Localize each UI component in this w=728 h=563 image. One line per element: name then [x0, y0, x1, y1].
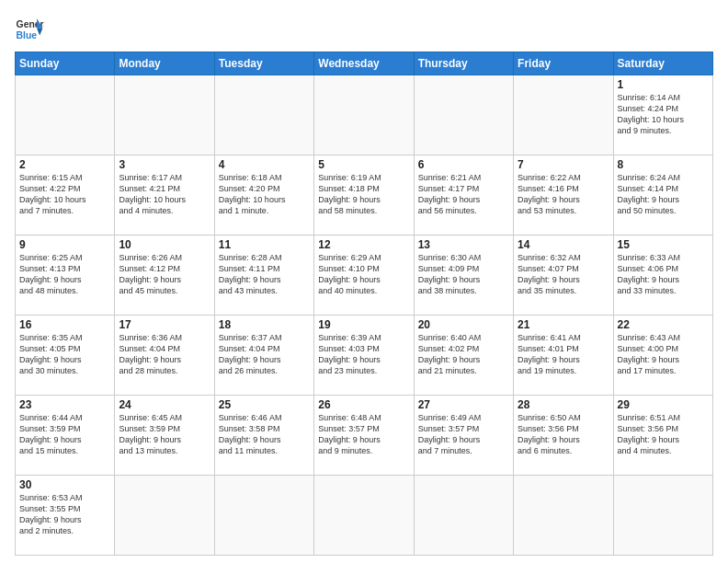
day-number: 6 [418, 158, 509, 171]
day-cell: 10Sunrise: 6:26 AM Sunset: 4:12 PM Dayli… [115, 236, 214, 316]
weekday-sunday: Sunday [16, 52, 115, 75]
day-number: 1 [618, 78, 709, 91]
day-info: Sunrise: 6:50 AM Sunset: 3:56 PM Dayligh… [518, 412, 609, 457]
day-info: Sunrise: 6:22 AM Sunset: 4:16 PM Dayligh… [518, 172, 609, 217]
day-number: 27 [418, 398, 509, 411]
day-cell: 11Sunrise: 6:28 AM Sunset: 4:11 PM Dayli… [214, 236, 313, 316]
day-cell: 4Sunrise: 6:18 AM Sunset: 4:20 PM Daylig… [214, 155, 313, 236]
day-cell: 17Sunrise: 6:36 AM Sunset: 4:04 PM Dayli… [115, 316, 214, 396]
day-number: 17 [119, 318, 210, 331]
day-cell: 13Sunrise: 6:30 AM Sunset: 4:09 PM Dayli… [414, 236, 513, 316]
day-cell: 18Sunrise: 6:37 AM Sunset: 4:04 PM Dayli… [214, 316, 313, 396]
day-number: 30 [19, 478, 110, 491]
weekday-header-row: SundayMondayTuesdayWednesdayThursdayFrid… [16, 52, 713, 75]
day-cell [115, 75, 214, 155]
day-cell: 21Sunrise: 6:41 AM Sunset: 4:01 PM Dayli… [514, 316, 613, 396]
day-cell: 9Sunrise: 6:25 AM Sunset: 4:13 PM Daylig… [16, 236, 115, 316]
day-number: 29 [618, 398, 709, 411]
day-info: Sunrise: 6:44 AM Sunset: 3:59 PM Dayligh… [19, 412, 110, 457]
day-number: 5 [318, 158, 409, 171]
day-number: 10 [119, 238, 210, 251]
svg-marker-3 [37, 28, 42, 35]
day-cell: 8Sunrise: 6:24 AM Sunset: 4:14 PM Daylig… [613, 155, 712, 236]
day-number: 24 [119, 398, 210, 411]
day-number: 28 [518, 398, 609, 411]
day-info: Sunrise: 6:15 AM Sunset: 4:22 PM Dayligh… [19, 172, 110, 217]
day-cell [514, 476, 613, 556]
day-cell: 14Sunrise: 6:32 AM Sunset: 4:07 PM Dayli… [514, 236, 613, 316]
day-number: 16 [19, 318, 110, 331]
day-cell [414, 476, 513, 556]
day-info: Sunrise: 6:41 AM Sunset: 4:01 PM Dayligh… [518, 332, 609, 377]
day-cell [314, 476, 414, 556]
day-cell: 27Sunrise: 6:49 AM Sunset: 3:57 PM Dayli… [414, 396, 513, 476]
day-number: 22 [618, 318, 709, 331]
day-cell: 1Sunrise: 6:14 AM Sunset: 4:24 PM Daylig… [613, 75, 712, 155]
day-info: Sunrise: 6:45 AM Sunset: 3:59 PM Dayligh… [119, 412, 210, 457]
day-info: Sunrise: 6:19 AM Sunset: 4:18 PM Dayligh… [318, 172, 409, 217]
day-cell: 23Sunrise: 6:44 AM Sunset: 3:59 PM Dayli… [16, 396, 115, 476]
day-info: Sunrise: 6:39 AM Sunset: 4:03 PM Dayligh… [318, 332, 409, 377]
page: General Blue SundayMondayTuesdayWednesda… [0, 0, 728, 563]
day-info: Sunrise: 6:28 AM Sunset: 4:11 PM Dayligh… [219, 252, 310, 297]
weekday-wednesday: Wednesday [314, 52, 414, 75]
day-number: 18 [219, 318, 310, 331]
logo-icon: General Blue [15, 15, 44, 44]
day-info: Sunrise: 6:21 AM Sunset: 4:17 PM Dayligh… [418, 172, 509, 217]
day-cell: 3Sunrise: 6:17 AM Sunset: 4:21 PM Daylig… [115, 155, 214, 236]
day-cell: 26Sunrise: 6:48 AM Sunset: 3:57 PM Dayli… [314, 396, 414, 476]
day-info: Sunrise: 6:37 AM Sunset: 4:04 PM Dayligh… [219, 332, 310, 377]
day-cell [214, 476, 313, 556]
day-number: 2 [19, 158, 110, 171]
day-info: Sunrise: 6:33 AM Sunset: 4:06 PM Dayligh… [618, 252, 709, 297]
day-cell: 6Sunrise: 6:21 AM Sunset: 4:17 PM Daylig… [414, 155, 513, 236]
day-cell: 25Sunrise: 6:46 AM Sunset: 3:58 PM Dayli… [214, 396, 313, 476]
day-info: Sunrise: 6:25 AM Sunset: 4:13 PM Dayligh… [19, 252, 110, 297]
day-number: 15 [618, 238, 709, 251]
day-info: Sunrise: 6:24 AM Sunset: 4:14 PM Dayligh… [618, 172, 709, 217]
day-number: 26 [318, 398, 409, 411]
weekday-saturday: Saturday [613, 52, 712, 75]
day-cell [16, 75, 115, 155]
day-info: Sunrise: 6:32 AM Sunset: 4:07 PM Dayligh… [518, 252, 609, 297]
day-number: 19 [318, 318, 409, 331]
logo: General Blue [15, 15, 44, 44]
day-number: 9 [19, 238, 110, 251]
day-cell [514, 75, 613, 155]
day-cell [115, 476, 214, 556]
day-info: Sunrise: 6:49 AM Sunset: 3:57 PM Dayligh… [418, 412, 509, 457]
day-cell: 5Sunrise: 6:19 AM Sunset: 4:18 PM Daylig… [314, 155, 414, 236]
day-cell: 16Sunrise: 6:35 AM Sunset: 4:05 PM Dayli… [16, 316, 115, 396]
day-number: 21 [518, 318, 609, 331]
day-number: 25 [219, 398, 310, 411]
day-info: Sunrise: 6:51 AM Sunset: 3:56 PM Dayligh… [618, 412, 709, 457]
day-cell [314, 75, 414, 155]
day-cell: 22Sunrise: 6:43 AM Sunset: 4:00 PM Dayli… [613, 316, 712, 396]
day-cell: 29Sunrise: 6:51 AM Sunset: 3:56 PM Dayli… [613, 396, 712, 476]
day-number: 13 [418, 238, 509, 251]
weekday-friday: Friday [514, 52, 613, 75]
day-info: Sunrise: 6:36 AM Sunset: 4:04 PM Dayligh… [119, 332, 210, 377]
day-cell: 2Sunrise: 6:15 AM Sunset: 4:22 PM Daylig… [16, 155, 115, 236]
week-row-1: 2Sunrise: 6:15 AM Sunset: 4:22 PM Daylig… [16, 155, 713, 236]
day-info: Sunrise: 6:29 AM Sunset: 4:10 PM Dayligh… [318, 252, 409, 297]
day-number: 4 [219, 158, 310, 171]
day-number: 3 [119, 158, 210, 171]
day-number: 23 [19, 398, 110, 411]
day-info: Sunrise: 6:48 AM Sunset: 3:57 PM Dayligh… [318, 412, 409, 457]
day-info: Sunrise: 6:40 AM Sunset: 4:02 PM Dayligh… [418, 332, 509, 377]
day-info: Sunrise: 6:26 AM Sunset: 4:12 PM Dayligh… [119, 252, 210, 297]
day-cell: 24Sunrise: 6:45 AM Sunset: 3:59 PM Dayli… [115, 396, 214, 476]
day-cell: 15Sunrise: 6:33 AM Sunset: 4:06 PM Dayli… [613, 236, 712, 316]
day-cell: 19Sunrise: 6:39 AM Sunset: 4:03 PM Dayli… [314, 316, 414, 396]
day-cell: 12Sunrise: 6:29 AM Sunset: 4:10 PM Dayli… [314, 236, 414, 316]
day-info: Sunrise: 6:18 AM Sunset: 4:20 PM Dayligh… [219, 172, 310, 217]
day-info: Sunrise: 6:53 AM Sunset: 3:55 PM Dayligh… [19, 492, 110, 537]
day-info: Sunrise: 6:30 AM Sunset: 4:09 PM Dayligh… [418, 252, 509, 297]
day-cell [613, 476, 712, 556]
week-row-3: 16Sunrise: 6:35 AM Sunset: 4:05 PM Dayli… [16, 316, 713, 396]
day-info: Sunrise: 6:17 AM Sunset: 4:21 PM Dayligh… [119, 172, 210, 217]
header: General Blue [15, 15, 713, 44]
day-cell: 7Sunrise: 6:22 AM Sunset: 4:16 PM Daylig… [514, 155, 613, 236]
day-cell: 20Sunrise: 6:40 AM Sunset: 4:02 PM Dayli… [414, 316, 513, 396]
